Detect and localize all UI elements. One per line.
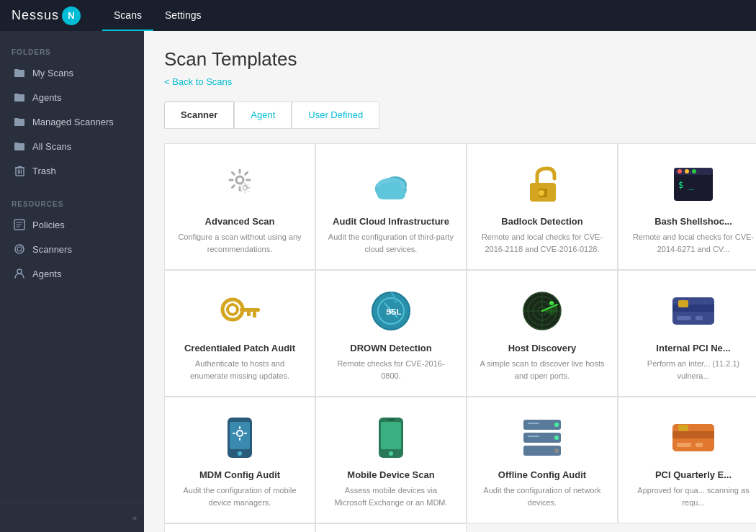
sidebar-item-resource-agents[interactable]: Agents [0, 261, 144, 286]
sidebar-policies-label: Policies [32, 220, 65, 230]
sidebar-item-policies[interactable]: Policies [0, 212, 144, 237]
server-icon [519, 415, 565, 461]
svg-point-16 [17, 247, 22, 251]
logo-text: Nessus [12, 8, 59, 23]
svg-rect-5 [14, 118, 19, 120]
template-card-offline[interactable]: Offline Config Audit Audit the configura… [467, 397, 618, 523]
badlock-desc: Remote and local checks for CVE-2016-211… [479, 231, 606, 255]
back-link[interactable]: < Back to Scans [164, 76, 232, 87]
advanced-scan-desc: Configure a scan without using any recom… [176, 231, 303, 255]
template-card-drown[interactable]: SSL DROWN Detection Remote checks for CV… [315, 270, 467, 397]
sidebar-agents-label: Agents [32, 92, 61, 103]
svg-rect-71 [672, 431, 714, 438]
svg-point-19 [243, 186, 247, 190]
template-card-bash[interactable]: $ _ Bash Shellshoc... Remote and local c… [618, 143, 756, 270]
template-card-mobile[interactable]: Mobile Device Scan Assess mobile devices… [315, 397, 467, 523]
mobile-title: Mobile Device Scan [347, 469, 434, 480]
svg-point-56 [238, 451, 242, 456]
svg-point-48 [549, 301, 554, 305]
content-area: Scan Templates < Back to Scans Scanner A… [144, 31, 756, 532]
template-card-pci[interactable]: PCI Quarterly E... Approved for qua... s… [618, 397, 756, 523]
badlock-title: Badlock Detection [501, 216, 582, 227]
advanced-scan-title: Advanced Scan [205, 216, 275, 227]
credit-card-orange-icon [670, 415, 716, 461]
cloud-icon [368, 161, 414, 207]
credentialed-desc: Authenticate to hosts and enumerate miss… [176, 358, 303, 382]
drown-icon: SSL [368, 288, 414, 334]
sidebar-item-scanners[interactable]: Scanners [0, 237, 144, 261]
svg-rect-1 [14, 69, 19, 71]
host-discovery-title: Host Discovery [508, 343, 577, 353]
svg-rect-59 [381, 422, 401, 449]
svg-rect-68 [528, 423, 539, 424]
internal-pci-desc: Perform an inter... (11.2.1) vulnera... [630, 358, 756, 382]
sidebar-item-agents[interactable]: Agents [0, 85, 144, 109]
mobile-icon [368, 415, 414, 461]
sidebar-trash-label: Trash [32, 166, 56, 176]
svg-rect-51 [677, 316, 691, 320]
sidebar-allscans-label: All Scans [32, 141, 71, 152]
template-card-credentialed[interactable]: Credentialed Patch Audit Authenticate to… [164, 270, 315, 397]
svg-text:SSL: SSL [386, 307, 402, 316]
svg-rect-35 [240, 308, 260, 312]
svg-point-26 [539, 190, 544, 196]
svg-point-31 [692, 169, 696, 173]
mdm-desc: Audit the configuration of mobile device… [176, 484, 303, 508]
folder-icon-agents [14, 91, 25, 103]
sidebar-myscans-label: My Scans [32, 68, 73, 78]
tabs-container: Scanner Agent User Defined [164, 102, 379, 129]
svg-point-65 [554, 436, 559, 440]
svg-rect-37 [247, 312, 251, 316]
template-card-host-discovery[interactable]: Host Discovery A simple scan to discover… [467, 270, 618, 397]
offline-desc: Audit the configuration of network devic… [479, 484, 606, 508]
main-layout: FOLDERS My Scans Agents [0, 31, 756, 532]
mdm-title: MDM Config Audit [199, 469, 280, 480]
lock-open-icon [519, 161, 565, 207]
folder-icon-all [14, 140, 25, 152]
scanner-icon [14, 243, 25, 255]
credentialed-title: Credentialed Patch Audit [184, 343, 295, 353]
nav-scans[interactable]: Scans [102, 0, 153, 31]
svg-rect-72 [677, 443, 691, 447]
template-card-internal-pci[interactable]: Internal PCI Ne... Perform an inter... (… [618, 270, 756, 397]
svg-text:$ _: $ _ [678, 180, 694, 190]
pci-title: PCI Quarterly E... [655, 469, 732, 480]
svg-point-30 [685, 169, 689, 173]
svg-rect-73 [696, 443, 703, 447]
svg-point-17 [17, 269, 22, 274]
nav-settings[interactable]: Settings [153, 0, 213, 31]
sidebar-item-managed-scanners[interactable]: Managed Scanners [0, 109, 144, 134]
template-card-webapp[interactable] [315, 523, 467, 532]
sidebar-item-trash[interactable]: Trash [0, 158, 144, 183]
drown-desc: Remote checks for CVE-2016-0800. [328, 358, 454, 382]
sidebar-item-all-scans[interactable]: All Scans [0, 134, 144, 158]
policy-icon [14, 219, 25, 230]
sidebar-scanners-label: Scanners [32, 244, 72, 255]
tab-scanner[interactable]: Scanner [164, 102, 234, 129]
sidebar-collapse[interactable]: « [0, 509, 144, 526]
template-card-mdm[interactable]: MDM Config Audit Audit the configuration… [164, 397, 315, 523]
trash-icon [14, 165, 25, 176]
mobile-desc: Assess mobile devices via Microsoft Exch… [328, 484, 454, 508]
drown-title: DROWN Detection [350, 343, 431, 353]
template-card-badlock[interactable]: Badlock Detection Remote and local check… [467, 143, 618, 270]
svg-point-18 [236, 176, 243, 184]
tab-agent[interactable]: Agent [234, 102, 292, 128]
mobile-gear-icon [217, 415, 263, 461]
sidebar: FOLDERS My Scans Agents [0, 31, 144, 532]
svg-rect-61 [387, 419, 395, 420]
svg-point-63 [554, 423, 559, 427]
template-card-policy-compliance[interactable] [164, 523, 315, 532]
logo-area: Nessus N [12, 6, 81, 25]
template-card-audit-cloud[interactable]: Audit Cloud Infrastructure Audit the con… [315, 143, 467, 270]
terminal-icon: $ _ [670, 161, 716, 207]
resources-label: RESOURCES [0, 194, 144, 212]
offline-title: Offline Config Audit [498, 469, 586, 480]
radar-icon [519, 288, 565, 334]
pci-desc: Approved for qua... scanning as requ... [630, 484, 756, 508]
page-title: Scan Templates [164, 48, 736, 71]
sidebar-item-myscans[interactable]: My Scans [0, 60, 144, 85]
template-card-advanced-scan[interactable]: Advanced Scan Configure a scan without u… [164, 143, 315, 270]
svg-point-29 [678, 169, 682, 173]
tab-user-defined[interactable]: User Defined [292, 102, 379, 128]
